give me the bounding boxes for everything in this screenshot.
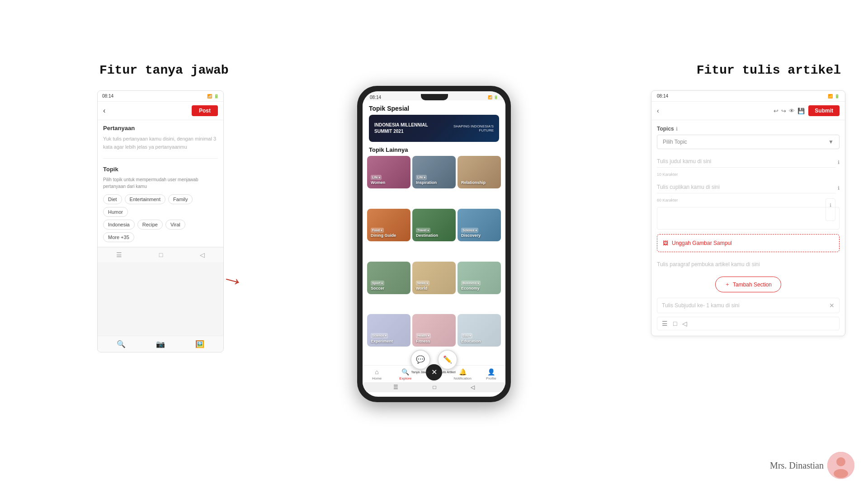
editor-toolbar: ‹ ↩ ↪ 👁 💾 Submit bbox=[651, 102, 845, 120]
content-info-icon[interactable]: ℹ bbox=[826, 198, 835, 221]
redo-icon[interactable]: ↪ bbox=[781, 108, 786, 114]
center-phone-screen: 08:14 📶🔋 Topik Spesial INDONESIA MILLENN… bbox=[363, 91, 505, 397]
topic-card-discovery[interactable]: Science ♦ Discovery bbox=[458, 209, 501, 241]
watermark-text: Mrs. Dinastian bbox=[770, 460, 824, 471]
toolbar-icons: ↩ ↪ 👁 💾 bbox=[774, 108, 805, 114]
pilih-topic-text: Pilih Topic bbox=[663, 139, 687, 145]
article-intro[interactable]: Tulis paragraf pembuka artikel kamu di s… bbox=[657, 258, 840, 271]
nav-home-label: Home bbox=[372, 376, 382, 380]
fab-tulis-btn[interactable]: ✏️ bbox=[438, 350, 458, 370]
search-icon[interactable]: 🔍 bbox=[117, 340, 126, 348]
judul-input[interactable]: Tulis judul kamu di sini bbox=[657, 155, 836, 168]
cuplikan-char-hint: 60 Karakter bbox=[657, 198, 840, 202]
judul-label-row: Tulis judul kamu di sini ℹ bbox=[657, 155, 840, 169]
topik-section: Topik Pilih topik untuk mempermudah user… bbox=[103, 166, 218, 242]
home-bar-menu: ☰ bbox=[393, 384, 398, 390]
topic-dropdown[interactable]: Pilih Topic ▼ bbox=[657, 135, 840, 149]
status-time: 08:14 bbox=[102, 94, 113, 99]
watermark: Mrs. Dinastian bbox=[770, 452, 854, 479]
phone-left-nav: ‹ Post bbox=[98, 102, 223, 120]
topic-card-fitness[interactable]: Health ♦ Fitness bbox=[412, 314, 456, 347]
home-bar-back: ◁ bbox=[471, 384, 475, 390]
subjudul-format-back[interactable]: ◁ bbox=[682, 320, 687, 327]
tambah-section-button[interactable]: ＋ Tambah Section bbox=[715, 277, 781, 292]
topic-card-education[interactable]: Edu ♦ Education bbox=[458, 314, 501, 347]
fab-tanya-label: Tanya Jawab bbox=[411, 371, 430, 374]
fab-tanya-wrapper[interactable]: 💬 Tanya Jawab bbox=[410, 350, 430, 374]
fab-tanya-btn[interactable]: 💬 bbox=[410, 350, 430, 370]
topics-grid: Life ♦ Women Life ♦ Inspiration bbox=[363, 156, 505, 365]
post-button[interactable]: Post bbox=[192, 105, 218, 116]
save-icon[interactable]: 💾 bbox=[797, 108, 805, 114]
topic-card-soccer[interactable]: Sport ♦ Soccer bbox=[367, 262, 410, 294]
upload-image-button[interactable]: 🖼 Unggah Gambar Sampul bbox=[657, 234, 840, 252]
dropdown-chevron-icon: ▼ bbox=[828, 139, 834, 145]
back-button[interactable]: ‹ bbox=[103, 107, 105, 115]
fab-tulis-wrapper[interactable]: ✏️ Tulis Artikel bbox=[438, 350, 458, 374]
tambah-section-label: Tambah Section bbox=[733, 282, 772, 288]
tag-recipe[interactable]: Recipe bbox=[137, 220, 163, 230]
topic-card-women[interactable]: Life ♦ Women bbox=[367, 156, 410, 188]
topic-card-relationship[interactable]: Relationship bbox=[458, 156, 501, 188]
tag-viral[interactable]: Viral bbox=[165, 220, 185, 230]
topic-card-destination[interactable]: Travel ♦ Destination bbox=[412, 209, 456, 241]
editor-back-button[interactable]: ‹ bbox=[657, 107, 659, 114]
nav-profile-label: Profile bbox=[486, 376, 496, 380]
undo-icon[interactable]: ↩ bbox=[774, 108, 778, 114]
submit-button[interactable]: Submit bbox=[808, 105, 840, 116]
image-icon[interactable]: 🖼️ bbox=[195, 340, 204, 348]
right-panel: Fitur tulis artikel 08:14 📶🔋 ‹ ↩ ↪ 👁 💾 S… bbox=[628, 0, 868, 488]
judul-info-icon[interactable]: ℹ bbox=[838, 160, 840, 165]
topic-card-economy[interactable]: Business ♦ Economy bbox=[458, 262, 501, 294]
phone-screen-content: Topik Spesial INDONESIA MILLENNIAL SUMMI… bbox=[363, 100, 505, 392]
upload-label: Unggah Gambar Sampul bbox=[672, 240, 732, 246]
article-editor: 08:14 📶🔋 ‹ ↩ ↪ 👁 💾 Submit Topics ℹ Pili bbox=[651, 90, 845, 336]
home-icon: ⌂ bbox=[375, 368, 378, 375]
banner-image: INDONESIA MILLENNIAL SUMMIT 2021 SHAPING… bbox=[369, 115, 499, 142]
center-status-bar: 08:14 📶🔋 bbox=[363, 91, 505, 100]
phone-home-bar: ☰ □ ◁ bbox=[363, 382, 505, 392]
notification-icon: 🔔 bbox=[459, 368, 467, 375]
question-placeholder: Yuk tulis pertanyaan kamu disini, dengan… bbox=[103, 135, 218, 159]
topik-desc: Pilih topik untuk mempermudah user menja… bbox=[103, 176, 218, 190]
subjudul-input[interactable]: Tulis Subjudul ke- 1 kamu di sini bbox=[662, 302, 740, 309]
left-panel-title: Fitur tanya jawab bbox=[99, 63, 229, 77]
topics-info-icon[interactable]: ℹ bbox=[676, 126, 678, 132]
plus-icon: ＋ bbox=[725, 281, 730, 288]
tag-indonesia[interactable]: Indonesia bbox=[103, 220, 135, 230]
subjudul-format-box[interactable]: □ bbox=[673, 320, 677, 327]
nav-home[interactable]: ⌂ Home bbox=[363, 368, 391, 380]
topic-card-world[interactable]: News ♦ World bbox=[412, 262, 456, 294]
editor-status-bar: 08:14 📶🔋 bbox=[651, 91, 845, 102]
topic-card-experiment[interactable]: Science ♦ Experiment bbox=[367, 314, 410, 347]
subjudul-format-menu[interactable]: ☰ bbox=[662, 320, 668, 327]
nav-profile[interactable]: 👤 Profile bbox=[477, 368, 505, 380]
cuplikan-label-row: Tulis cuplikan kamu di sini ℹ bbox=[657, 181, 840, 195]
content-area[interactable]: ℹ bbox=[657, 207, 840, 230]
phone-left-mockup: 08:14 📶🔋 ‹ Post Pertanyaan Yuk tulis per… bbox=[97, 90, 224, 352]
fab-overlay: 💬 Tanya Jawab ✏️ Tulis Artikel bbox=[410, 350, 458, 374]
upload-icon: 🖼 bbox=[663, 240, 668, 246]
topik-lainnya-header: Topik Lainnya bbox=[363, 145, 505, 156]
subjudul-close-button[interactable]: ✕ bbox=[829, 302, 835, 309]
phone-left-status: 08:14 📶🔋 bbox=[98, 91, 223, 102]
topics-label: Topics bbox=[657, 126, 674, 132]
cuplikan-info-icon[interactable]: ℹ bbox=[838, 185, 840, 191]
tag-humor[interactable]: Humor bbox=[103, 207, 128, 217]
subjudul-row: Tulis Subjudul ke- 1 kamu di sini ✕ bbox=[657, 298, 840, 313]
editor-body: Topics ℹ Pilih Topic ▼ Tulis judul kamu … bbox=[651, 120, 845, 336]
tag-family[interactable]: Family bbox=[168, 194, 193, 204]
topic-card-inspiration[interactable]: Life ♦ Inspiration bbox=[412, 156, 456, 188]
home-icon: □ bbox=[159, 251, 163, 258]
camera-icon[interactable]: 📷 bbox=[156, 340, 165, 348]
tag-diet[interactable]: Diet bbox=[103, 194, 122, 204]
topik-spesial-header: Topik Spesial bbox=[363, 100, 505, 115]
tag-more[interactable]: More +35 bbox=[103, 232, 134, 242]
cuplikan-input[interactable]: Tulis cuplikan kamu di sini bbox=[657, 181, 836, 193]
eye-icon[interactable]: 👁 bbox=[789, 108, 795, 114]
tags-row: Diet Entertainment Family Humor bbox=[103, 194, 218, 217]
banner-left-text: INDONESIA MILLENNIAL SUMMIT 2021 bbox=[374, 122, 446, 135]
svg-point-2 bbox=[834, 469, 848, 478]
topic-card-dining[interactable]: Food ♦ Dining Guide bbox=[367, 209, 410, 241]
tag-entertainment[interactable]: Entertainment bbox=[125, 194, 165, 204]
